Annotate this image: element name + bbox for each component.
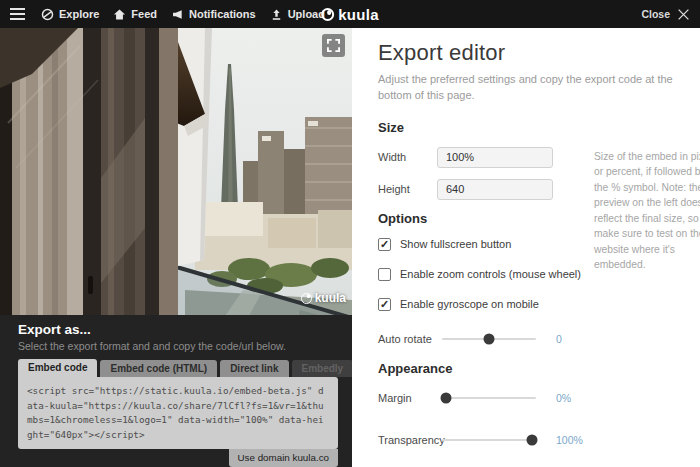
explore-icon (41, 8, 54, 21)
width-label: Width (378, 151, 437, 163)
slider-thumb[interactable] (484, 333, 495, 344)
slider-thumb[interactable] (527, 434, 538, 445)
nav-feed[interactable]: Feed (113, 8, 157, 21)
topbar: Explore Feed Notifications Upload kuula … (0, 0, 700, 28)
kuula-logo-icon (321, 8, 334, 21)
checkbox-icon (378, 268, 391, 281)
margin-label: Margin (378, 392, 440, 404)
menu-icon[interactable] (8, 4, 27, 24)
height-input[interactable] (437, 179, 553, 200)
export-as-title: Export as... (18, 322, 336, 337)
tab-embed-code[interactable]: Embed code (18, 359, 97, 377)
close-button[interactable]: Close (641, 0, 690, 28)
close-label: Close (641, 8, 670, 20)
export-panel: Export as... Select the export format an… (0, 315, 352, 467)
checkbox-icon (378, 298, 391, 311)
nav-label: Upload (288, 8, 325, 20)
size-section: Width Height Size of the embed in pixels… (378, 147, 700, 200)
auto-rotate-label: Auto rotate (378, 333, 440, 345)
nav-upload[interactable]: Upload (270, 8, 325, 21)
logo-text: kuula (338, 6, 379, 23)
transparency-value: 100% (556, 434, 583, 446)
tab-embedly[interactable]: Embedly (292, 360, 354, 377)
slider-thumb[interactable] (440, 392, 451, 403)
domain-button-row: Use domain kuula.co (18, 449, 338, 467)
page-description: Adjust the preferred settings and copy t… (378, 72, 680, 104)
use-domain-button[interactable]: Use domain kuula.co (229, 449, 339, 467)
transparency-label: Transparency (378, 434, 440, 446)
embed-code-text: <script src="https://static.kuula.io/emb… (27, 384, 329, 442)
fullscreen-icon (327, 39, 340, 52)
kuula-watermark: kuula (301, 291, 346, 305)
close-icon (677, 8, 690, 21)
watermark-text: kuula (315, 291, 346, 305)
panorama-image (0, 28, 352, 315)
nav-explore[interactable]: Explore (41, 8, 99, 21)
auto-rotate-slider[interactable] (442, 338, 536, 340)
margin-value: 0% (556, 392, 571, 404)
nav-label: Notifications (189, 8, 256, 20)
home-icon (113, 8, 126, 21)
panorama-viewer[interactable]: kuula (0, 28, 352, 315)
fullscreen-button[interactable] (322, 34, 345, 57)
size-helper-text: Size of the embed in pixels or percent, … (594, 149, 700, 273)
left-column: kuula Export as... Select the export for… (0, 28, 352, 467)
upload-icon (270, 8, 283, 21)
height-label: Height (378, 183, 437, 195)
embed-code-box[interactable]: <script src="https://static.kuula.io/emb… (18, 377, 338, 449)
kuula-logo[interactable]: kuula (321, 0, 379, 28)
checkbox-label: Enable zoom controls (mouse wheel) (400, 268, 581, 280)
transparency-slider[interactable] (442, 439, 536, 441)
checkbox-label: Enable gyroscope on mobile (400, 298, 539, 310)
auto-rotate-row: Auto rotate 0 (378, 333, 700, 345)
margin-row: Margin 0% (378, 392, 700, 404)
export-format-tabs: Embed code Embed code (HTML) Direct link… (18, 359, 336, 377)
kuula-watermark-icon (301, 293, 312, 304)
checkbox-gyroscope[interactable]: Enable gyroscope on mobile (378, 298, 700, 311)
page-title: Export editor (378, 40, 700, 66)
checkbox-icon (378, 238, 391, 251)
main-content: kuula Export as... Select the export for… (0, 28, 700, 467)
width-input[interactable] (437, 147, 553, 168)
topbar-nav: Explore Feed Notifications Upload (0, 4, 325, 24)
megaphone-icon (171, 8, 184, 21)
nav-notifications[interactable]: Notifications (171, 8, 256, 21)
export-editor-panel: Export editor Adjust the preferred setti… (352, 28, 700, 467)
checkbox-label: Show fullscreen button (400, 238, 511, 250)
transparency-row: Transparency 100% (378, 434, 700, 446)
nav-label: Explore (59, 8, 99, 20)
margin-slider[interactable] (442, 397, 536, 399)
auto-rotate-value: 0 (556, 333, 562, 345)
tab-embed-code-html[interactable]: Embed code (HTML) (100, 360, 217, 377)
kuula-app: Explore Feed Notifications Upload kuula … (0, 0, 700, 467)
tab-direct-link[interactable]: Direct link (220, 360, 288, 377)
nav-label: Feed (131, 8, 157, 20)
export-as-subtitle: Select the export format and and copy th… (18, 340, 336, 352)
size-heading: Size (378, 120, 700, 135)
appearance-heading: Appearance (378, 361, 700, 376)
